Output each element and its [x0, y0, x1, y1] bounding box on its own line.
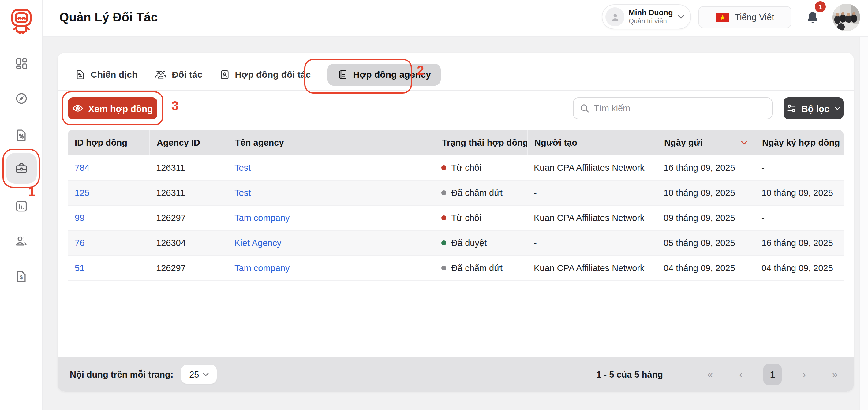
sidebar-item-users[interactable] — [6, 226, 37, 256]
column-header-sent-date[interactable]: Ngày gửi — [657, 130, 755, 155]
sidebar-item-dashboard[interactable] — [6, 48, 37, 79]
filter-button[interactable]: Bộ lọc — [783, 97, 843, 119]
cell-agency-name: Kiet Agency — [228, 231, 435, 255]
cell-creator: Kuan CPA Affiliates Network — [527, 256, 657, 280]
per-page-value: 25 — [189, 369, 199, 379]
cell-status: Đã chấm dứt — [435, 256, 527, 280]
app-root: $ Quản Lý Đối Tác Minh Duong Quản trị vi… — [0, 0, 868, 410]
table-row: 76 126304 Kiet Agency Đã duyệt - 05 thán… — [68, 231, 843, 256]
column-header-agency-id[interactable]: Agency ID — [149, 130, 228, 155]
current-page[interactable]: 1 — [763, 364, 782, 385]
notification-badge: 1 — [815, 1, 826, 12]
column-header-status[interactable]: Trạng thái hợp đồng — [435, 130, 527, 155]
cell-signed-date: - — [755, 155, 843, 180]
per-page-label: Nội dung trên mỗi trang: — [70, 369, 173, 379]
table-body: 784 126311 Test Từ chối Kuan CPA Affilia… — [68, 155, 843, 281]
chevron-down-icon — [678, 15, 684, 19]
status-label: Đã duyệt — [451, 238, 487, 248]
sort-desc-icon — [741, 140, 747, 145]
toolbar: Xem hợp đồng Bộ lọc — [68, 97, 843, 119]
table-row: 51 126297 Tam company Đã chấm dứt Kuan C… — [68, 256, 843, 281]
column-header-creator[interactable]: Người tạo — [527, 130, 657, 155]
cell-agency-id: 126304 — [149, 231, 228, 255]
view-contract-button[interactable]: Xem hợp đồng — [68, 97, 157, 119]
cell-status: Đã chấm dứt — [435, 181, 527, 205]
tab-hop-dong-agency[interactable]: Hợp đồng agency — [327, 63, 441, 85]
file-percent-icon — [15, 128, 28, 142]
user-texts: Minh Duong Quản trị viên — [629, 8, 673, 25]
cell-creator: - — [527, 181, 657, 205]
cell-sent-date: 10 tháng 09, 2025 — [657, 181, 755, 205]
tab-label: Hợp đồng đối tác — [235, 69, 311, 80]
contracts-table: ID hợp đồng Agency ID Tên agency Trạng t… — [68, 130, 843, 281]
cell-contract-id: 51 — [68, 256, 149, 280]
status-label: Từ chối — [451, 163, 481, 172]
language-switcher[interactable]: Tiếng Việt — [699, 6, 792, 28]
contract-id-link[interactable]: 51 — [75, 263, 85, 273]
per-page-select[interactable]: 25 — [181, 365, 217, 384]
contract-icon — [337, 69, 348, 80]
sidebar-item-billing[interactable]: $ — [6, 261, 37, 292]
user-placeholder-icon — [606, 7, 624, 26]
next-page-button[interactable]: › — [796, 365, 812, 383]
user-menu[interactable]: Minh Duong Quản trị viên — [602, 4, 691, 29]
profile-avatar[interactable] — [833, 4, 860, 31]
agency-name-link[interactable]: Tam company — [235, 213, 290, 223]
cell-signed-date: 16 tháng 09, 2025 — [755, 231, 843, 255]
contract-id-link[interactable]: 784 — [75, 163, 89, 172]
cell-agency-id: 126311 — [149, 155, 228, 180]
search-icon — [580, 103, 589, 113]
column-header-id[interactable]: ID hợp đồng — [68, 130, 149, 155]
user-name: Minh Duong — [629, 8, 673, 18]
cell-agency-id: 126311 — [149, 181, 228, 205]
id-card-icon — [219, 69, 230, 80]
view-contract-label: Xem hợp đồng — [88, 103, 153, 114]
chevron-down-icon — [834, 106, 840, 110]
chevron-down-icon — [203, 372, 209, 376]
cell-signed-date: 10 tháng 09, 2025 — [755, 181, 843, 205]
agency-name-link[interactable]: Test — [235, 188, 251, 198]
column-header-agency-name[interactable]: Tên agency — [228, 130, 435, 155]
contract-id-link[interactable]: 125 — [75, 188, 89, 198]
sidebar-item-reports[interactable] — [6, 191, 37, 222]
filter-label: Bộ lọc — [801, 103, 830, 114]
sidebar-item-partner-management[interactable] — [6, 153, 37, 184]
status-dot-icon — [441, 165, 446, 170]
search-input[interactable] — [594, 103, 766, 113]
sliders-icon — [786, 103, 796, 113]
pagination-footer: Nội dung trên mỗi trang: 25 1 - 5 của 5 … — [58, 357, 854, 392]
column-header-signed-date[interactable]: Ngày ký hợp đồng — [755, 130, 843, 155]
sidebar-item-discover[interactable] — [6, 83, 37, 114]
page-title: Quản Lý Đối Tác — [59, 10, 158, 25]
tab-chien-dich[interactable]: Chiến dịch — [75, 69, 137, 80]
agency-name-link[interactable]: Tam company — [235, 263, 290, 273]
status-label: Đã chấm dứt — [451, 263, 502, 273]
tab-doi-tac[interactable]: Đối tác — [154, 69, 202, 80]
file-dollar-icon: $ — [15, 270, 28, 283]
cell-status: Từ chối — [435, 206, 527, 230]
app-logo-robot-icon[interactable] — [9, 6, 34, 35]
last-page-button[interactable]: » — [827, 365, 843, 383]
cell-sent-date: 05 tháng 09, 2025 — [657, 231, 755, 255]
bar-chart-icon — [15, 199, 28, 213]
scrollbar[interactable] — [860, 0, 868, 410]
cell-signed-date: - — [755, 206, 843, 230]
eye-icon — [72, 103, 83, 114]
vietnam-flag-icon — [716, 12, 730, 22]
previous-page-button[interactable]: ‹ — [733, 365, 749, 383]
agency-name-link[interactable]: Test — [235, 163, 251, 172]
cell-status: Từ chối — [435, 155, 527, 180]
contract-id-link[interactable]: 99 — [75, 213, 85, 223]
first-page-button[interactable]: « — [702, 365, 718, 383]
status-dot-icon — [441, 241, 446, 245]
sidebar: $ — [0, 0, 43, 410]
status-label: Đã chấm dứt — [451, 188, 502, 198]
tab-label: Chiến dịch — [91, 69, 137, 80]
tab-hop-dong-doi-tac[interactable]: Hợp đồng đối tác — [219, 69, 311, 80]
content-card: Chiến dịch Đối tác Hợp đồng đối — [58, 53, 854, 392]
agency-name-link[interactable]: Kiet Agency — [235, 238, 281, 248]
tab-label: Đối tác — [172, 69, 202, 80]
sidebar-item-campaign-contracts[interactable] — [6, 120, 37, 151]
contract-id-link[interactable]: 76 — [75, 238, 85, 248]
cell-agency-id: 126297 — [149, 256, 228, 280]
